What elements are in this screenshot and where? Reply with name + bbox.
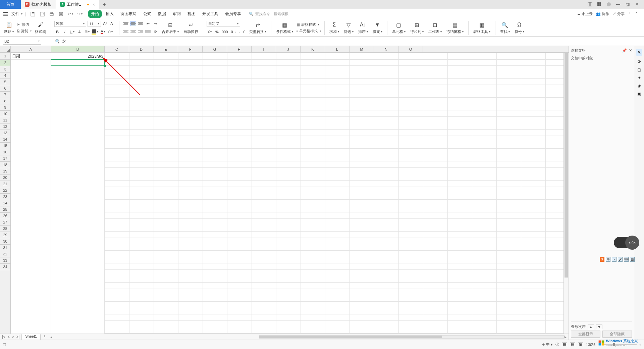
apps-icon[interactable] xyxy=(596,1,602,7)
tab-page-layout[interactable]: 页面布局 xyxy=(117,10,140,18)
row-header-30[interactable]: 30 xyxy=(0,238,10,245)
fx-icon[interactable]: fx xyxy=(62,39,65,44)
row-col-group[interactable]: ⊞行和列▾ xyxy=(409,19,425,36)
view-normal-icon[interactable]: ▦ xyxy=(562,342,567,347)
row-header-20[interactable]: 20 xyxy=(0,174,10,181)
move-up-icon[interactable]: ▲ xyxy=(588,325,594,329)
share-button[interactable]: ↗ 分享 xyxy=(612,11,625,16)
row-header-22[interactable]: 22 xyxy=(0,187,10,194)
decrease-font-icon[interactable]: A⁻ xyxy=(110,21,116,27)
ime-voice-icon[interactable]: 🎤 xyxy=(618,257,623,262)
col-header-G[interactable]: G xyxy=(203,46,227,52)
row-header-13[interactable]: 13 xyxy=(0,130,10,136)
save-icon[interactable] xyxy=(30,11,36,17)
sheet-tab[interactable]: Sheet1 xyxy=(21,334,41,340)
tab-insert[interactable]: 插入 xyxy=(103,10,117,18)
tab-review[interactable]: 审阅 xyxy=(170,10,184,18)
print-preview-icon[interactable] xyxy=(58,11,64,17)
home-tab[interactable]: 首页 xyxy=(0,0,21,9)
sheet-first-icon[interactable]: |< xyxy=(2,335,5,339)
font-color-button[interactable]: A▾ xyxy=(100,29,106,35)
cut-button[interactable]: ✂ 剪切 xyxy=(17,22,32,27)
copy-button[interactable]: ⎘ 复制▾ xyxy=(17,29,32,34)
bold-button[interactable]: B xyxy=(54,29,60,35)
row-header-26[interactable]: 26 xyxy=(0,213,10,219)
row-header-31[interactable]: 31 xyxy=(0,245,10,251)
italic-button[interactable]: I xyxy=(62,29,68,35)
sheet-prev-icon[interactable]: < xyxy=(7,335,10,339)
undo-icon[interactable]: ↶▾ xyxy=(68,11,73,17)
orientation-icon[interactable]: ⟳ xyxy=(152,29,158,35)
select-tool-icon[interactable]: ⬉ xyxy=(636,49,642,56)
ime-grid-icon[interactable]: ▦ xyxy=(630,257,635,262)
table-tools-group[interactable]: ▦表格工具▾ xyxy=(472,19,492,36)
hamburger-icon[interactable] xyxy=(3,12,8,16)
status-mode-icon[interactable]: ▢ xyxy=(3,342,6,347)
fx-search-icon[interactable]: 🔍 xyxy=(55,39,60,44)
save-as-icon[interactable] xyxy=(40,11,45,17)
move-down-icon[interactable]: ▼ xyxy=(596,325,602,329)
name-box[interactable]: B2 ▾ xyxy=(3,38,41,45)
decrease-decimal-icon[interactable]: ←.0 xyxy=(238,29,246,35)
percent-icon[interactable]: % xyxy=(214,29,220,35)
fill-color-button[interactable]: ⬛▾ xyxy=(91,29,99,35)
tab-template[interactable]: D 找稻壳模板 xyxy=(21,0,56,9)
col-header-K[interactable]: K xyxy=(301,46,325,52)
minimize-icon[interactable]: — xyxy=(615,1,621,7)
ime-punct-icon[interactable]: • xyxy=(612,257,616,262)
maximize-icon[interactable] xyxy=(625,1,631,7)
tab-data[interactable]: 数据 xyxy=(155,10,169,18)
borders-button[interactable]: ⊞▾ xyxy=(84,29,90,35)
row-header-1[interactable]: 1 xyxy=(0,53,10,60)
indent-decrease-icon[interactable]: ⇤ xyxy=(145,21,151,27)
row-header-27[interactable]: 27 xyxy=(0,219,10,226)
row-header-3[interactable]: 3 xyxy=(0,66,10,72)
collapse-ribbon-icon[interactable]: ⌃ xyxy=(635,12,638,16)
col-header-I[interactable]: I xyxy=(252,46,276,52)
pin-icon[interactable]: 📌 xyxy=(622,48,627,52)
indent-increase-icon[interactable]: ⇥ xyxy=(152,21,158,27)
ime-icon[interactable]: ⊕ 中 ▾ xyxy=(542,342,553,347)
table-format-button[interactable]: ▦ 表格样式▾ xyxy=(297,22,321,27)
increase-font-icon[interactable]: A⁺ xyxy=(102,21,108,27)
comma-icon[interactable]: 000 xyxy=(221,29,228,35)
tab-view[interactable]: 视图 xyxy=(184,10,199,18)
accessibility-icon[interactable]: ⓘ xyxy=(555,342,559,347)
row-header-29[interactable]: 29 xyxy=(0,232,10,238)
layout-icon[interactable] xyxy=(587,1,593,7)
fill-handle[interactable] xyxy=(104,65,106,67)
font-size-combo[interactable]: 11▾ xyxy=(88,21,101,27)
zoom-value[interactable]: 130% xyxy=(586,343,595,347)
row-header-4[interactable]: 4 xyxy=(0,72,10,79)
symbol-group[interactable]: Ω符号▾ xyxy=(513,19,526,36)
ime-lang[interactable]: 中 xyxy=(606,257,610,262)
col-header-M[interactable]: M xyxy=(350,46,374,52)
align-top-icon[interactable] xyxy=(123,21,129,26)
new-tab-button[interactable]: + xyxy=(99,0,109,9)
align-middle-icon[interactable] xyxy=(130,21,136,26)
row-header-17[interactable]: 17 xyxy=(0,155,10,162)
cell-A1[interactable]: 日期 xyxy=(11,53,51,60)
row-header-28[interactable]: 28 xyxy=(0,226,10,232)
cloud-status[interactable]: ☁ 未上云 xyxy=(577,11,593,16)
row-header-8[interactable]: 8 xyxy=(0,98,10,104)
command-search[interactable]: 🔍 查找命令、搜索模板 xyxy=(249,11,288,16)
tool-icon-3[interactable]: ✦ xyxy=(638,76,641,80)
row-header-32[interactable]: 32 xyxy=(0,251,10,257)
align-left-icon[interactable] xyxy=(123,30,129,34)
align-justify-icon[interactable] xyxy=(145,30,151,34)
row-header-25[interactable]: 25 xyxy=(0,206,10,213)
sum-group[interactable]: Σ求和▾ xyxy=(328,19,340,36)
tab-workbook[interactable]: S 工作簿1 × xyxy=(56,0,99,9)
close-icon[interactable]: ✕ xyxy=(634,1,640,7)
view-page-icon[interactable]: ▤ xyxy=(570,342,575,347)
paste-icon[interactable]: 📋 xyxy=(5,21,13,29)
print-icon[interactable] xyxy=(49,11,54,17)
filter-group[interactable]: ▽筛选▾ xyxy=(342,19,355,36)
align-right-icon[interactable] xyxy=(138,30,144,34)
view-break-icon[interactable]: ▣ xyxy=(578,342,583,347)
show-all-button[interactable]: 全部显示 xyxy=(571,331,600,338)
tool-icon-5[interactable]: ▣ xyxy=(637,92,641,96)
tool-icon-1[interactable]: ⟳ xyxy=(638,59,641,64)
tab-member[interactable]: 会员专享 xyxy=(222,10,244,18)
